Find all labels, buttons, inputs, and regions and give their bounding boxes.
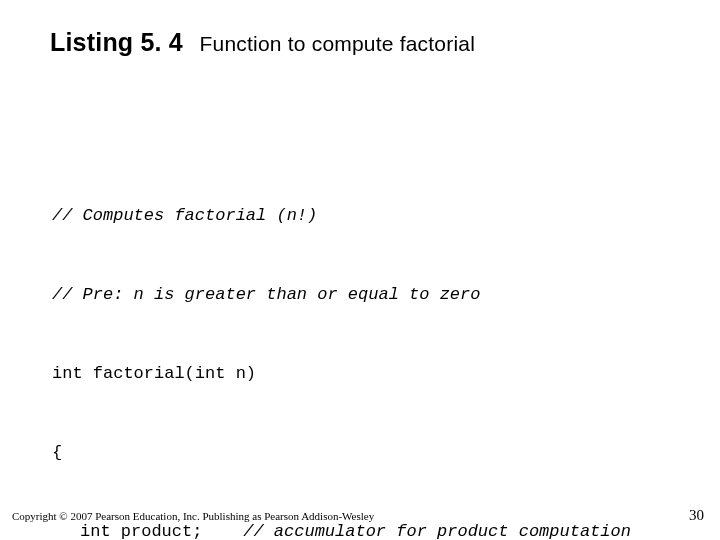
page-number: 30 [689, 507, 704, 524]
listing-label: Listing 5. 4 [50, 28, 183, 56]
code-var-decl: int product; [80, 522, 202, 540]
code-decl: int factorial(int n) [52, 361, 680, 387]
code-comment-accumulator: // accumulator for product computation [243, 522, 631, 540]
code-open-brace: { [52, 440, 680, 466]
code-comment-1: // Computes factorial (n!) [52, 203, 680, 229]
listing-subtitle: Function to compute factorial [200, 32, 475, 55]
code-listing: // Computes factorial (n!) // Pre: n is … [52, 150, 680, 540]
copyright-text: Copyright © 2007 Pearson Education, Inc.… [12, 510, 374, 522]
code-comment-2: // Pre: n is greater than or equal to ze… [52, 282, 680, 308]
title-line: Listing 5. 4 Function to compute factori… [50, 28, 680, 57]
slide: Listing 5. 4 Function to compute factori… [0, 0, 720, 540]
